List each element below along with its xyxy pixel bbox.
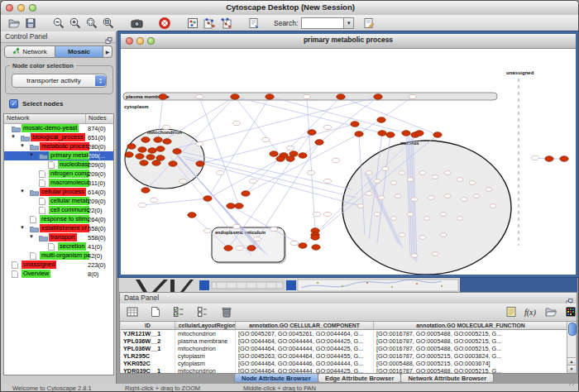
- tree-row[interactable]: ▼metabolic process280(0): [4, 142, 113, 151]
- tree-expander-icon[interactable]: ▼: [20, 189, 25, 194]
- save-icon[interactable]: [22, 16, 39, 31]
- tab-node-attribute-browser[interactable]: Node Attribute Browser: [234, 373, 318, 383]
- attribute-select-icon[interactable]: [125, 305, 140, 318]
- table-cell[interactable]: YJR121W__1: [121, 330, 175, 337]
- zoom-in-icon[interactable]: [67, 16, 84, 31]
- tree-row[interactable]: cell communicat22(0): [4, 206, 113, 215]
- table-column-header[interactable]: ID: [121, 322, 175, 329]
- delete-attribute-icon[interactable]: [219, 305, 234, 318]
- table-row[interactable]: YDR039C__1mitochondrion[GO:0044464, GO:0…: [121, 367, 568, 373]
- tree-row[interactable]: unassigned223(0): [4, 261, 113, 270]
- network-canvas[interactable]: plasma membranecytoplasmmitochondrionnuc…: [121, 49, 576, 275]
- unselect-attributes-icon[interactable]: [194, 305, 209, 318]
- tree-row[interactable]: secretion41(0): [4, 242, 113, 251]
- tree-row[interactable]: ▼establishment of lo558(0): [4, 224, 113, 233]
- advanced-search-icon[interactable]: [361, 16, 377, 31]
- select-all-attributes-icon[interactable]: [171, 305, 186, 318]
- table-cell[interactable]: cytoplasm: [175, 352, 236, 360]
- tree-row[interactable]: ▼transport558(0): [4, 233, 113, 242]
- open-file-icon[interactable]: [6, 16, 22, 31]
- table-column-header[interactable]: _cellularLayoutRegion: [175, 322, 236, 329]
- tab-network-attribute-browser[interactable]: Network Attribute Browser: [400, 373, 494, 383]
- tree-row[interactable]: mosaic-demo-yeast874(0): [4, 124, 113, 133]
- table-cell[interactable]: [GO:0044464, GO:0044444, GO:0044425, G..…: [236, 345, 374, 352]
- tree-row[interactable]: multi-organism pro42(0): [4, 251, 113, 261]
- table-cell[interactable]: [GO:0044464, GO:0044444, GO:0044425, G..…: [236, 337, 374, 345]
- table-cell[interactable]: [GO:0044464, GO:0044446, GO:0044444, G..…: [236, 360, 374, 367]
- tree-row[interactable]: nucleobase-209(0): [4, 160, 113, 170]
- tree-row[interactable]: ▼cellular process614(0): [4, 188, 113, 197]
- matrix-icon[interactable]: [563, 305, 578, 318]
- table-cell[interactable]: [GO:0045263, GO:0044464, GO:0044455, G..…: [236, 352, 374, 360]
- function-builder-icon[interactable]: f(x): [524, 305, 538, 318]
- tree-row[interactable]: ▼primary metabo209(...: [4, 151, 113, 160]
- table-row[interactable]: YLR295Ccytoplasm[GO:0045263, GO:0044464,…: [121, 352, 568, 360]
- table-cell[interactable]: mitochondrion: [175, 330, 236, 337]
- table-cell[interactable]: cytoplasm: [175, 360, 236, 367]
- search-dropdown-button[interactable]: ▼: [343, 17, 354, 29]
- vizmapper-icon[interactable]: [184, 16, 201, 31]
- table-cell[interactable]: YPL036W__2: [121, 337, 175, 345]
- tree-row[interactable]: response to stimulu264(0): [4, 215, 113, 224]
- search-input[interactable]: [301, 17, 343, 29]
- table-row[interactable]: YPL036W__1mitochondrion[GO:0044464, GO:0…: [121, 345, 568, 352]
- table-cell[interactable]: mitochondrion: [175, 345, 236, 352]
- snapshot-camera-icon[interactable]: [128, 16, 145, 31]
- tree-row[interactable]: macromolecule311(0): [4, 179, 113, 188]
- table-cell[interactable]: plasma membrane: [175, 337, 236, 345]
- table-column-header[interactable]: annotation.GO MOLECULAR_FUNCTION: [374, 322, 568, 329]
- node-color-combobox[interactable]: transporter activity ▲▼: [12, 74, 107, 88]
- tree-item-label: response to stimulu: [40, 215, 89, 223]
- table-scrollbar[interactable]: ▲ ▼: [567, 322, 576, 373]
- network-overlay-icon[interactable]: [201, 16, 218, 31]
- select-nodes-checkbox[interactable]: ✓: [9, 99, 18, 108]
- network-merge-icon[interactable]: [218, 16, 234, 31]
- annotation-icon[interactable]: [246, 16, 262, 31]
- tree-expander-icon[interactable]: ▼: [20, 225, 25, 230]
- scrollbar-thumb[interactable]: [568, 323, 577, 336]
- tab-network[interactable]: Network: [4, 45, 55, 58]
- import-attributes-icon[interactable]: [543, 305, 558, 318]
- table-cell[interactable]: YKR052C: [121, 360, 175, 367]
- tree-row[interactable]: nitrogen compo209(0): [4, 170, 113, 179]
- tree-row[interactable]: ▼biological_process651(0): [4, 133, 113, 142]
- table-cell[interactable]: YLR295C: [121, 352, 175, 360]
- create-attribute-icon[interactable]: [148, 305, 163, 318]
- table-cell[interactable]: [GO:0005488, GO:0005215, GO:0003674]: [374, 360, 568, 367]
- zoom-out-icon[interactable]: [50, 16, 67, 31]
- tab-edge-attribute-browser[interactable]: Edge Attribute Browser: [318, 373, 401, 383]
- table-cell[interactable]: [GO:0044464, GO:0044444, GO:0044425, G..…: [236, 367, 374, 373]
- network-window-titlebar[interactable]: primary metabolic process: [121, 34, 576, 49]
- tree-row[interactable]: Overview8(0): [4, 270, 113, 279]
- table-cell[interactable]: [GO:0016787, GO:0005488, GO:0005215, G..…: [374, 330, 568, 337]
- table-cell[interactable]: YDR039C__1: [121, 367, 175, 373]
- scroll-down-arrow[interactable]: ▼: [567, 365, 576, 373]
- tree-row[interactable]: cellular metabo209(0): [4, 197, 113, 206]
- resize-grip[interactable]: [568, 375, 577, 390]
- tree-expander-icon[interactable]: ▼: [29, 234, 34, 239]
- table-column-header[interactable]: annotation.GO CELLULAR_COMPONENT: [236, 322, 374, 329]
- tree-expander-icon[interactable]: ▼: [29, 152, 34, 157]
- table-cell[interactable]: mitochondrion: [175, 367, 236, 373]
- table-row[interactable]: YJR121W__1mitochondrion[GO:0045267, GO:0…: [121, 330, 568, 337]
- zoom-selected-icon[interactable]: [84, 16, 100, 31]
- table-cell[interactable]: [GO:0016787, GO:0005488, GO:0005215, G..…: [374, 337, 568, 345]
- table-row[interactable]: YPL036W__2plasma membrane[GO:0044464, GO…: [121, 337, 568, 345]
- zoom-fit-icon[interactable]: [100, 16, 117, 31]
- notepad-icon[interactable]: [504, 305, 519, 318]
- table-row[interactable]: YKR052Ccytoplasm[GO:0044464, GO:0044446,…: [121, 360, 568, 367]
- table-cell[interactable]: [GO:0045267, GO:0045261, GO:0044464, G..…: [236, 330, 374, 337]
- tree-item-label: cellular process: [40, 188, 86, 196]
- tab-mosaic[interactable]: Mosaic: [55, 45, 103, 58]
- tab-overflow-arrow[interactable]: ▶: [103, 45, 112, 58]
- table-cell[interactable]: YPL036W__1: [121, 345, 175, 352]
- title-bar: Cytoscape Desktop (New Session): [1, 1, 579, 16]
- tree-item-node-count: 558(0): [88, 233, 106, 242]
- tree-item-label: unassigned: [22, 261, 56, 269]
- tree-expander-icon[interactable]: ▼: [20, 143, 25, 148]
- table-cell[interactable]: [GO:0016787, GO:0005215, GO:0003824, G..…: [374, 352, 568, 360]
- tree-expander-icon[interactable]: ▼: [11, 134, 16, 139]
- table-cell[interactable]: [GO:0016787, GO:0005488, GO:0005215, G..…: [374, 367, 568, 373]
- help-ring-icon[interactable]: [156, 16, 173, 31]
- table-cell[interactable]: [GO:0016787, GO:0005488, GO:0005215, G..…: [374, 345, 568, 352]
